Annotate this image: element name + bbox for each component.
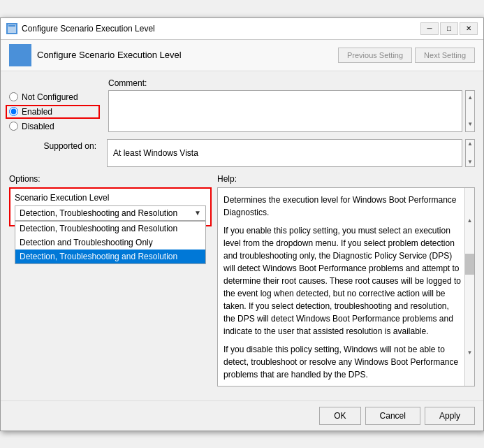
dropdown-item-2[interactable]: Detection, Troubleshooting and Resolutio…: [15, 250, 205, 263]
help-scroll-up[interactable]: ▲: [465, 188, 474, 254]
comment-scroll-down[interactable]: ▼: [466, 117, 474, 131]
comment-section: Comment: ▲ ▼: [108, 78, 475, 132]
ok-button[interactable]: OK: [319, 407, 360, 425]
help-para-2: If you disable this policy setting, Wind…: [223, 343, 462, 381]
maximize-button[interactable]: □: [440, 22, 458, 35]
dialog-window: Configure Scenario Execution Level ─ □ ✕…: [0, 17, 484, 431]
cancel-button[interactable]: Cancel: [365, 407, 420, 425]
help-panel: Help: Determines the execution level for…: [217, 174, 475, 386]
enabled-option[interactable]: Enabled: [6, 105, 100, 119]
prev-setting-button[interactable]: Previous Setting: [338, 48, 412, 63]
dropdown-arrow-icon: ▼: [194, 209, 201, 217]
help-label: Help:: [217, 174, 475, 184]
options-panel: Options: Scenario Execution Level Detect…: [9, 174, 212, 386]
scenario-box: Scenario Execution Level Detection, Trou…: [9, 187, 212, 226]
dropdown-item-1[interactable]: Detection and Troubleshooting Only: [15, 236, 205, 250]
disabled-radio[interactable]: [9, 122, 18, 131]
dropdown-selected[interactable]: Detection, Troubleshooting and Resolutio…: [15, 205, 206, 221]
help-para-1: If you enable this policy setting, you m…: [223, 224, 462, 338]
supported-label: Supported on:: [9, 139, 100, 151]
comment-scroll-up[interactable]: ▲: [466, 91, 474, 104]
close-button[interactable]: ✕: [460, 22, 478, 35]
dialog-footer: OK Cancel Apply: [1, 400, 483, 431]
header-title: Configure Scenario Execution Level: [37, 50, 332, 60]
dropdown-selected-text: Detection, Troubleshooting and Resolutio…: [20, 208, 177, 218]
header-icon: [9, 44, 31, 66]
help-content: Determines the execution level for Windo…: [218, 188, 464, 386]
enabled-radio[interactable]: [9, 107, 18, 116]
options-label: Options:: [9, 174, 212, 184]
comment-label: Comment:: [108, 78, 475, 88]
supported-scroll-down[interactable]: ▼: [466, 157, 474, 166]
supported-section: Supported on: At least Windows Vista ▲ ▼: [9, 139, 475, 167]
dropdown-list: Detection, Troubleshooting and Resolutio…: [15, 221, 206, 264]
comment-input[interactable]: [108, 90, 462, 132]
main-panels: Options: Scenario Execution Level Detect…: [9, 174, 475, 386]
help-scroll-thumb[interactable]: [465, 254, 474, 275]
title-bar-left: Configure Scenario Execution Level: [6, 23, 155, 34]
header-buttons: Previous Setting Next Setting: [338, 48, 475, 63]
disabled-option[interactable]: Disabled: [9, 122, 100, 131]
dropdown-container: Detection, Troubleshooting and Resolutio…: [15, 205, 206, 221]
dialog-content: Not Configured Enabled Disabled Comment:…: [1, 71, 483, 400]
supported-scroll-up[interactable]: ▲: [466, 140, 474, 149]
title-bar: Configure Scenario Execution Level ─ □ ✕: [1, 18, 483, 40]
enabled-label: Enabled: [22, 107, 52, 117]
help-scroll-down[interactable]: ▼: [465, 319, 474, 385]
not-configured-radio[interactable]: [9, 92, 18, 101]
svg-rect-1: [8, 25, 15, 27]
title-controls: ─ □ ✕: [420, 22, 478, 35]
dialog-icon: [6, 23, 17, 34]
next-setting-button[interactable]: Next Setting: [415, 48, 475, 63]
top-section: Not Configured Enabled Disabled Comment:…: [9, 78, 475, 132]
help-para-0: Determines the execution level for Windo…: [223, 194, 462, 219]
not-configured-label: Not Configured: [22, 92, 78, 102]
header-bar: Configure Scenario Execution Level Previ…: [1, 40, 483, 71]
help-scrollbar: ▲ ▼: [464, 188, 474, 386]
scenario-title: Scenario Execution Level: [15, 193, 206, 203]
supported-value: At least Windows Vista: [107, 139, 462, 167]
dialog-title: Configure Scenario Execution Level: [22, 24, 155, 34]
minimize-button[interactable]: ─: [420, 22, 439, 35]
disabled-label: Disabled: [22, 122, 54, 131]
apply-button[interactable]: Apply: [425, 407, 475, 425]
radio-group: Not Configured Enabled Disabled: [9, 78, 100, 132]
not-configured-option[interactable]: Not Configured: [9, 92, 100, 102]
dropdown-item-0[interactable]: Detection, Troubleshooting and Resolutio…: [15, 222, 205, 236]
